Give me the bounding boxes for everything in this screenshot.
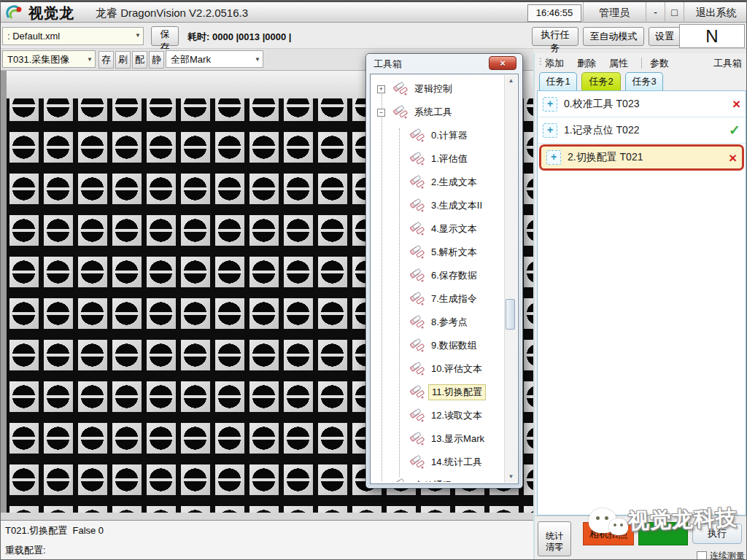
- tree-item-label: 8.参考点: [431, 316, 468, 329]
- run-task-button[interactable]: 执行任务: [532, 27, 578, 46]
- scrollbar-thumb[interactable]: [506, 299, 515, 330]
- scrollbar-vertical[interactable]: ▲ ▼: [504, 75, 517, 483]
- tree-item-9-[interactable]: 9.数据数组: [372, 334, 504, 357]
- led-cell: [7, 246, 41, 287]
- tree-item-14-[interactable]: 14.统计工具: [372, 451, 504, 474]
- tab-task2[interactable]: 任务2: [581, 72, 621, 90]
- dragonvision-logo-icon: [6, 4, 24, 23]
- auto-mode-button[interactable]: 至自动模式: [583, 27, 644, 46]
- tool-icon: [409, 384, 426, 401]
- stats-reset-line2: 清零: [546, 542, 563, 552]
- checkbox-unchecked[interactable]: [697, 551, 707, 560]
- minimize-button[interactable]: -: [646, 2, 665, 23]
- execute-button[interactable]: 执行: [692, 524, 742, 544]
- led-cell: [7, 121, 41, 163]
- menu-delete[interactable]: 删除: [577, 57, 596, 70]
- tree-item-8-[interactable]: 8.参考点: [372, 311, 504, 334]
- tool-icon: [409, 454, 426, 471]
- tool-icon: [409, 197, 426, 214]
- led-cell: [315, 495, 349, 513]
- led-cell: [7, 329, 41, 370]
- settings-button[interactable]: 设置: [649, 27, 681, 46]
- menu-properties[interactable]: 属性: [609, 57, 628, 70]
- scroll-up-icon[interactable]: ▲: [505, 75, 517, 87]
- menu-add[interactable]: 添加: [545, 57, 564, 70]
- tree-group-system-tools[interactable]: − 系统工具: [372, 101, 504, 124]
- config-file-value: : Default.xml: [7, 31, 60, 42]
- tree-item-label: 6.保存数据: [431, 269, 477, 282]
- tree-item-2-[interactable]: 2.生成文本: [372, 171, 504, 194]
- tree-item-7-[interactable]: 7.生成指令: [372, 287, 504, 311]
- stats-reset-button[interactable]: 统计 清零: [538, 521, 571, 556]
- led-cell: [109, 204, 144, 246]
- led-cell: [41, 98, 75, 121]
- task-label: 1.记录点位 T022: [564, 124, 639, 137]
- exit-system-button[interactable]: 退出系统: [684, 2, 747, 23]
- refresh-button[interactable]: 刷: [115, 51, 131, 69]
- expand-plus-icon[interactable]: +: [377, 85, 385, 93]
- led-cell: [315, 121, 349, 163]
- led-cell: [315, 454, 349, 495]
- tree-item-13-Mark[interactable]: 13.显示Mark: [372, 427, 504, 451]
- config-file-select[interactable]: : Default.xml ▼: [2, 27, 144, 45]
- scroll-down-icon[interactable]: ▼: [505, 471, 517, 483]
- tree-group-file-comm[interactable]: + 文件通讯: [372, 474, 504, 482]
- camera-button[interactable]: 相机拍照: [583, 522, 634, 545]
- match-button[interactable]: 配: [132, 51, 147, 69]
- led-cell: [315, 370, 349, 412]
- led-cell: [109, 163, 144, 204]
- led-cell: [281, 246, 315, 287]
- led-cell: [247, 121, 281, 163]
- tool-icon: [409, 267, 426, 284]
- tool-icon: [409, 337, 426, 354]
- image-source-select[interactable]: T031.采集图像 ▼: [2, 50, 96, 68]
- tool-icon: [409, 127, 426, 144]
- green-action-button[interactable]: [638, 522, 688, 545]
- led-cell: [178, 163, 212, 204]
- tree-item-4-[interactable]: 4.显示文本: [372, 217, 504, 241]
- tree-item-12-[interactable]: 12.读取文本: [372, 404, 504, 427]
- chevron-down-icon: ▼: [255, 56, 260, 63]
- image-source-value: T031.采集图像: [7, 53, 69, 66]
- maximize-button[interactable]: □: [665, 2, 684, 23]
- static-button[interactable]: 静: [149, 51, 164, 69]
- task-row-calibration[interactable]: + 0.校准工具 T023 ×: [538, 91, 746, 117]
- task-row-record-point[interactable]: + 1.记录点位 T022 ✓: [538, 117, 746, 144]
- store-button[interactable]: 存: [98, 51, 114, 69]
- tree-item-11-[interactable]: 11.切换配置: [372, 381, 504, 404]
- led-cell: [315, 204, 349, 246]
- continuous-measure-option[interactable]: 连续测量: [697, 550, 745, 560]
- close-icon[interactable]: ×: [489, 56, 516, 70]
- tree-item-1-[interactable]: 1.评估值: [372, 147, 504, 171]
- tree-item-6-[interactable]: 6.保存数据: [372, 264, 504, 287]
- task-row-switch-config-selected[interactable]: + 2.切换配置 T021 ×: [539, 144, 744, 171]
- led-cell: [75, 329, 109, 370]
- led-cell: [144, 412, 178, 454]
- led-cell: [418, 495, 452, 513]
- tree-item-3-II[interactable]: 3.生成文本II: [372, 194, 504, 217]
- dragonvision-window: 视觉龙 龙睿 DragonVision V2.2.0516.3 16:46:55…: [0, 0, 747, 560]
- led-cell: [212, 370, 247, 412]
- tree-group-logic-control[interactable]: + 逻辑控制: [372, 77, 504, 101]
- fail-status-icon: ×: [729, 151, 737, 165]
- tree-item-0-[interactable]: 0.计算器: [372, 124, 504, 147]
- tab-task3[interactable]: 任务3: [625, 72, 663, 90]
- expand-plus-icon[interactable]: +: [377, 482, 385, 483]
- mark-filter-select[interactable]: 全部Mark ▼: [166, 50, 263, 68]
- task-list: + 0.校准工具 T023 × + 1.记录点位 T022 ✓ + 2.切换配置…: [537, 90, 746, 516]
- led-cell: [144, 370, 178, 412]
- tree-item-5-[interactable]: 5.解析文本: [372, 241, 504, 264]
- tree-item-10-[interactable]: 10.评估文本: [372, 357, 504, 381]
- led-cell: [41, 495, 75, 513]
- save-button[interactable]: 保存: [151, 26, 179, 46]
- collapse-minus-icon[interactable]: −: [377, 109, 385, 117]
- led-cell: [75, 246, 109, 287]
- tab-task1[interactable]: 任务1: [539, 72, 577, 90]
- led-cell: [75, 370, 109, 412]
- continuous-measure-label: 连续测量: [710, 550, 745, 560]
- user-role-button[interactable]: 管理员: [583, 2, 645, 23]
- menu-toolbox[interactable]: 工具箱: [713, 57, 742, 70]
- menu-parameters[interactable]: 参数: [650, 57, 669, 70]
- tool-icon: [409, 290, 426, 308]
- led-cell: [349, 495, 384, 513]
